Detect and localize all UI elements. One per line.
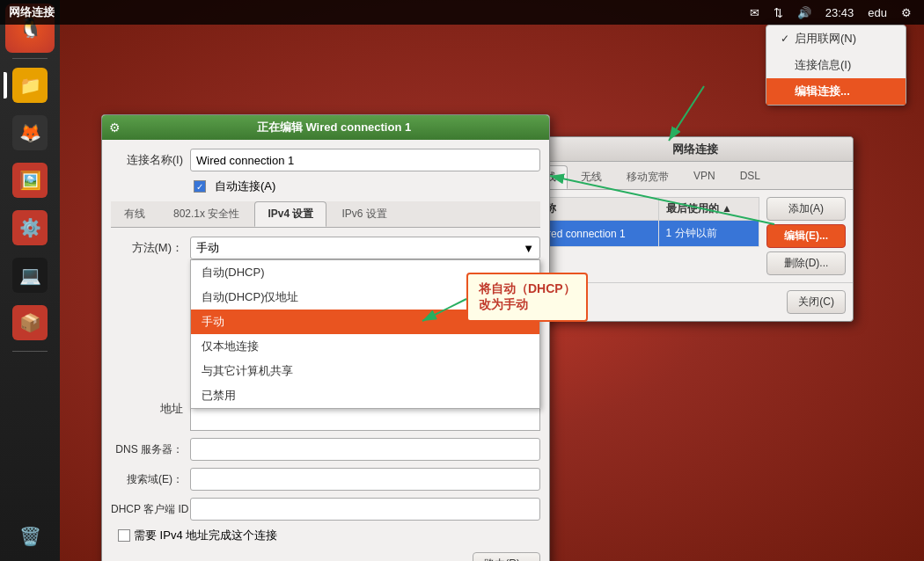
tab-dsl-label: DSL xyxy=(740,170,760,182)
method-dropdown[interactable]: 手动 ▼ xyxy=(190,237,540,259)
network-dialog-tabs: 有线 无线 移动宽带 VPN DSL xyxy=(520,162,853,190)
edit-tab-security[interactable]: 802.1x 安全性 xyxy=(160,201,253,227)
net-dialog-layout: 名称 最后使用的 ▲ Wired connection 1 1 分钟以前 xyxy=(527,197,846,275)
panel-time: 23:43 xyxy=(822,4,858,21)
dhcp-input[interactable] xyxy=(190,498,540,521)
tab-vpn[interactable]: VPN xyxy=(682,165,727,189)
method-section: 方法(M)： 手动 ▼ 自动(DHCP) 自动(DHCP)仅地址 手动 仅本地连… xyxy=(111,237,540,259)
ipv4-checkbox-row: 需要 IPv4 地址完成这个连接 xyxy=(111,528,540,543)
method-label: 方法(M)： xyxy=(111,237,190,256)
network-dialog-content: 名称 最后使用的 ▲ Wired connection 1 1 分钟以前 xyxy=(520,190,853,282)
add-connection-button[interactable]: 添加(A) xyxy=(766,197,846,221)
network-dialog-titlebar: ✕ 网络连接 xyxy=(520,137,853,162)
sidebar-icon-settings[interactable]: ⚙️ xyxy=(7,205,53,251)
connection-lastused-cell: 1 分钟以前 xyxy=(658,221,759,247)
panel-title: 网络连接 xyxy=(9,4,55,20)
panel-network-icon[interactable]: ⇅ xyxy=(770,4,787,21)
method-option-disabled[interactable]: 已禁用 xyxy=(191,383,539,408)
method-option-link-local[interactable]: 仅本地连接 xyxy=(191,334,539,359)
ipv4-checkbox-label: 需要 IPv4 地址完成这个连接 xyxy=(134,528,277,543)
auto-connect-checkbox[interactable]: ✓ xyxy=(194,180,206,193)
arrow-tray-to-dialog xyxy=(669,86,704,141)
search-row: 搜索域(E)： xyxy=(111,468,540,491)
search-input[interactable] xyxy=(190,468,540,491)
col-last-used: 最后使用的 ▲ xyxy=(658,198,759,221)
firefox-icon: 🦊 xyxy=(19,122,41,143)
edit-dialog-title: 正在编辑 Wired connection 1 xyxy=(126,120,542,135)
edit-tab-ipv4[interactable]: IPv4 设置 xyxy=(254,201,326,227)
panel-gear-icon[interactable]: ⚙ xyxy=(898,4,915,21)
settings-icon: ⚙️ xyxy=(19,217,41,238)
dhcp-row: DHCP 客户端 ID： xyxy=(111,498,540,521)
firefox-icon-bg: 🦊 xyxy=(12,115,48,150)
tab-wireless-label: 无线 xyxy=(581,171,602,183)
delete-connection-button[interactable]: 删除(D)... xyxy=(766,251,846,275)
top-panel: 网络连接 ✉ ⇅ 🔊 23:43 edu ⚙ xyxy=(0,0,924,25)
edit-tab-wired[interactable]: 有线 xyxy=(111,201,158,227)
address-section: 地址 地址 子网掩码 网关 DNS 服务器： xyxy=(111,387,540,561)
address-section-label: 地址 xyxy=(111,401,190,417)
panel-volume-icon[interactable]: 🔊 xyxy=(794,4,815,21)
ipv4-required-checkbox[interactable] xyxy=(118,529,130,542)
edit-tab-ipv6[interactable]: IPv6 设置 xyxy=(328,201,400,227)
dns-row: DNS 服务器： xyxy=(111,438,540,461)
tab-vpn-label: VPN xyxy=(693,170,715,182)
sidebar-separator-1 xyxy=(12,58,48,59)
route-btn-row: 路由(R)... xyxy=(111,552,540,561)
annotation-box: 将自动（DHCP） 改为手动 xyxy=(466,273,588,322)
top-panel-left: 网络连接 xyxy=(9,4,746,20)
panel-user[interactable]: edu xyxy=(864,4,891,21)
tray-menu-connection-info[interactable]: ✓ 连接信息(I) xyxy=(766,52,906,78)
trash-icon-bg: 🗑️ xyxy=(12,519,48,554)
annotation-line1: 将自动（DHCP） xyxy=(479,281,576,297)
edit-dialog-body: 连接名称(I) ✓ 自动连接(A) 有线 802.1x 安全性 IPv4 设置 xyxy=(102,140,549,561)
dhcp-label: DHCP 客户端 ID： xyxy=(111,502,190,517)
enable-network-checkmark: ✓ xyxy=(781,33,789,45)
edit-connection-dialog: ⚙ 正在编辑 Wired connection 1 连接名称(I) ✓ 自动连接… xyxy=(101,114,550,561)
photos-icon: 🖼️ xyxy=(19,170,41,191)
sidebar-icon-firefox[interactable]: 🦊 xyxy=(7,110,53,156)
network-dialog-title: 网络连接 xyxy=(545,142,846,157)
auto-connect-row: ✓ 自动连接(A) xyxy=(111,178,540,194)
sidebar-icon-files[interactable]: 📁 xyxy=(7,62,53,108)
net-dialog-main: 名称 最后使用的 ▲ Wired connection 1 1 分钟以前 xyxy=(527,197,759,275)
apps-icon: 📦 xyxy=(19,312,41,333)
dns-label: DNS 服务器： xyxy=(111,442,190,457)
connection-name-label: 连接名称(I) xyxy=(111,152,190,168)
desktop: 网络连接 ✉ ⇅ 🔊 23:43 edu ⚙ 🐧 📁 🦊 � xyxy=(0,0,924,561)
method-dropdown-container: 手动 ▼ 自动(DHCP) 自动(DHCP)仅地址 手动 仅本地连接 与其它计算… xyxy=(190,237,540,259)
sidebar-icon-photos[interactable]: 🖼️ xyxy=(7,157,53,203)
tab-mobile[interactable]: 移动宽带 xyxy=(615,165,680,189)
method-option-shared[interactable]: 与其它计算机共享 xyxy=(191,359,539,383)
edit-dialog-tabs: 有线 802.1x 安全性 IPv4 设置 IPv6 设置 xyxy=(111,201,540,228)
table-row[interactable]: Wired connection 1 1 分钟以前 xyxy=(528,221,759,247)
address-row-empty xyxy=(191,409,539,430)
search-label: 搜索域(E)： xyxy=(111,472,190,487)
sidebar: 🐧 📁 🦊 🖼️ ⚙️ 💻 xyxy=(0,0,60,561)
method-dropdown-arrow: ▼ xyxy=(523,242,534,255)
connection-name-input[interactable] xyxy=(190,149,540,171)
tab-dsl[interactable]: DSL xyxy=(729,165,772,189)
sidebar-icon-trash[interactable]: 🗑️ xyxy=(7,514,53,559)
tray-menu-enable-network[interactable]: ✓ 启用联网(N) xyxy=(766,26,906,52)
route-button[interactable]: 路由(R)... xyxy=(473,552,540,561)
panel-mail-icon[interactable]: ✉ xyxy=(746,4,763,21)
dns-input[interactable] xyxy=(190,438,540,461)
tab-wireless[interactable]: 无线 xyxy=(569,165,613,189)
edit-connection-button[interactable]: 编辑(E)... xyxy=(766,224,846,248)
terminal-icon-bg: 💻 xyxy=(12,258,48,293)
method-selected-value: 手动 xyxy=(196,240,219,256)
top-panel-right: ✉ ⇅ 🔊 23:43 edu ⚙ xyxy=(746,4,915,21)
terminal-icon: 💻 xyxy=(19,265,41,286)
edit-titlebar-gear-icon: ⚙ xyxy=(109,120,121,135)
system-tray-dropdown: ✓ 启用联网(N) ✓ 连接信息(I) ✓ 编辑连接... xyxy=(766,25,906,106)
sidebar-icon-apps[interactable]: 📦 xyxy=(7,300,53,346)
edit-dialog-titlebar: ⚙ 正在编辑 Wired connection 1 xyxy=(102,115,549,140)
close-network-dialog-button[interactable]: 关闭(C) xyxy=(787,290,846,314)
sidebar-separator-2 xyxy=(12,351,48,352)
files-icon: 📁 xyxy=(19,75,41,96)
sidebar-icon-terminal[interactable]: 💻 xyxy=(7,252,53,298)
connections-table: 名称 最后使用的 ▲ Wired connection 1 1 分钟以前 xyxy=(527,197,759,247)
net-dialog-side: 添加(A) 编辑(E)... 删除(D)... xyxy=(766,197,846,275)
tray-menu-edit-connections[interactable]: ✓ 编辑连接... xyxy=(766,78,906,105)
